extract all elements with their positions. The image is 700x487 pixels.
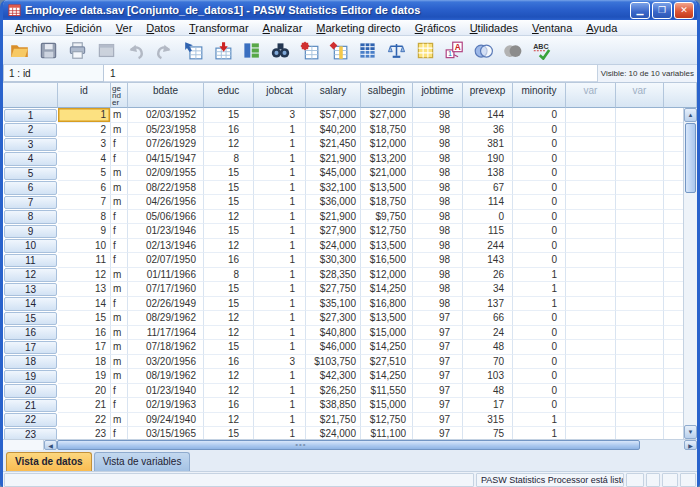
- data-cell[interactable]: $18,750: [361, 195, 413, 210]
- data-cell[interactable]: 14: [58, 297, 111, 312]
- data-cell[interactable]: f: [111, 224, 128, 239]
- data-cell[interactable]: 67: [463, 181, 513, 196]
- close-button[interactable]: ✕: [674, 2, 694, 19]
- data-cell[interactable]: $30,300: [306, 253, 361, 268]
- data-cell[interactable]: 97: [413, 413, 463, 428]
- row-header[interactable]: 13: [4, 283, 57, 297]
- scroll-up-icon[interactable]: ▲: [684, 108, 697, 122]
- data-cell[interactable]: $12,750: [361, 413, 413, 428]
- data-cell[interactable]: m: [111, 355, 128, 370]
- data-cell[interactable]: 0: [513, 311, 566, 326]
- data-cell[interactable]: 138: [463, 166, 513, 181]
- data-cell[interactable]: 16: [58, 326, 111, 341]
- menu-utilidades[interactable]: Utilidades: [463, 22, 525, 34]
- data-cell[interactable]: $13,200: [361, 152, 413, 167]
- data-cell[interactable]: 15: [204, 224, 254, 239]
- data-cell[interactable]: [566, 181, 616, 196]
- data-cell[interactable]: $27,900: [306, 224, 361, 239]
- data-cell[interactable]: 24: [463, 326, 513, 341]
- data-cell[interactable]: 97: [413, 384, 463, 399]
- data-cell[interactable]: $27,300: [306, 311, 361, 326]
- column-header-jobtime[interactable]: jobtime: [413, 83, 463, 108]
- data-cell[interactable]: [616, 210, 664, 225]
- data-cell[interactable]: 1: [254, 384, 306, 399]
- data-cell[interactable]: [566, 152, 616, 167]
- data-cell[interactable]: 04/26/1956: [128, 195, 204, 210]
- data-cell[interactable]: 15: [58, 311, 111, 326]
- data-cell[interactable]: 1: [513, 297, 566, 312]
- data-cell[interactable]: 8: [204, 152, 254, 167]
- data-cell[interactable]: 12: [204, 326, 254, 341]
- data-cell[interactable]: 23: [58, 427, 111, 439]
- data-cell[interactable]: f: [111, 297, 128, 312]
- data-cell[interactable]: 15: [204, 427, 254, 439]
- data-cell[interactable]: [566, 398, 616, 413]
- insert-variable-icon[interactable]: [326, 38, 351, 62]
- row-header[interactable]: 17: [4, 341, 57, 355]
- data-cell[interactable]: [616, 427, 664, 439]
- data-cell[interactable]: [616, 123, 664, 138]
- data-cell[interactable]: 2: [58, 123, 111, 138]
- data-cell[interactable]: 8: [204, 268, 254, 283]
- data-cell[interactable]: m: [111, 311, 128, 326]
- data-cell[interactable]: [566, 340, 616, 355]
- data-cell[interactable]: 48: [463, 340, 513, 355]
- data-cell[interactable]: 16: [204, 355, 254, 370]
- data-cell[interactable]: 0: [513, 224, 566, 239]
- column-header-id[interactable]: id: [58, 83, 111, 108]
- data-cell[interactable]: 3: [58, 137, 111, 152]
- data-cell[interactable]: 16: [204, 253, 254, 268]
- data-cell[interactable]: 1: [254, 297, 306, 312]
- maximize-button[interactable]: ❐: [652, 2, 672, 19]
- data-cell[interactable]: 98: [413, 137, 463, 152]
- value-labels-icon[interactable]: 1A: [442, 38, 467, 62]
- row-header[interactable]: 9: [4, 225, 57, 239]
- data-cell[interactable]: 1: [254, 427, 306, 439]
- minimize-button[interactable]: ▁: [630, 2, 650, 19]
- data-cell[interactable]: m: [111, 108, 128, 123]
- data-cell[interactable]: 97: [413, 355, 463, 370]
- data-cell[interactable]: m: [111, 340, 128, 355]
- data-cell[interactable]: 97: [413, 326, 463, 341]
- data-cell[interactable]: $46,000: [306, 340, 361, 355]
- data-cell[interactable]: $35,100: [306, 297, 361, 312]
- data-cell[interactable]: [566, 210, 616, 225]
- data-cell[interactable]: 97: [413, 340, 463, 355]
- data-cell[interactable]: [566, 413, 616, 428]
- data-cell[interactable]: $13,500: [361, 181, 413, 196]
- data-cell[interactable]: m: [111, 413, 128, 428]
- data-cell[interactable]: $24,000: [306, 427, 361, 439]
- row-header[interactable]: 22: [4, 413, 57, 427]
- data-cell[interactable]: f: [111, 398, 128, 413]
- data-cell[interactable]: [616, 355, 664, 370]
- data-cell[interactable]: 12: [58, 268, 111, 283]
- data-cell[interactable]: [616, 413, 664, 428]
- data-cell[interactable]: 98: [413, 152, 463, 167]
- data-cell[interactable]: 0: [463, 210, 513, 225]
- data-cell[interactable]: 21: [58, 398, 111, 413]
- data-cell[interactable]: 9: [58, 224, 111, 239]
- cell-editor[interactable]: 1: [104, 65, 597, 82]
- row-header[interactable]: 3: [4, 138, 57, 152]
- data-cell[interactable]: [616, 297, 664, 312]
- data-cell[interactable]: 75: [463, 427, 513, 439]
- row-header[interactable]: 1: [4, 109, 57, 123]
- data-cell[interactable]: 18: [58, 355, 111, 370]
- data-cell[interactable]: [566, 224, 616, 239]
- data-cell[interactable]: 12: [204, 413, 254, 428]
- open-data-icon[interactable]: [7, 38, 32, 62]
- data-cell[interactable]: 12: [204, 384, 254, 399]
- data-cell[interactable]: [616, 268, 664, 283]
- data-cell[interactable]: 98: [413, 166, 463, 181]
- show-all-variables-icon[interactable]: [500, 38, 525, 62]
- data-cell[interactable]: [566, 137, 616, 152]
- data-cell[interactable]: 5: [58, 166, 111, 181]
- data-cell[interactable]: 16: [204, 398, 254, 413]
- menu-ventana[interactable]: Ventana: [525, 22, 579, 34]
- data-cell[interactable]: 1: [254, 253, 306, 268]
- horizontal-scrollbar[interactable]: ◀ ••• ▶: [3, 439, 697, 450]
- data-cell[interactable]: $12,000: [361, 268, 413, 283]
- data-cell[interactable]: $27,750: [306, 282, 361, 297]
- data-cell[interactable]: f: [111, 152, 128, 167]
- data-cell[interactable]: 15: [204, 282, 254, 297]
